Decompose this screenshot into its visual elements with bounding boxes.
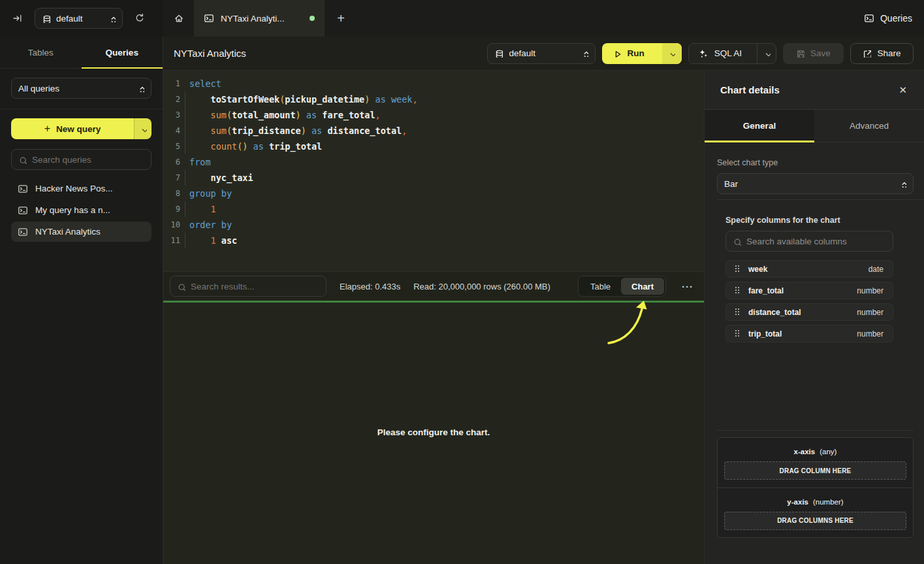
view-toggle-table[interactable]: Table: [580, 278, 621, 295]
code-token: as: [247, 141, 269, 152]
query-list-item[interactable]: Hacker News Pos...: [11, 178, 151, 199]
columns-section-label: Specify columns for the chart: [725, 216, 893, 225]
new-query-label: New query: [56, 124, 101, 134]
terminal-icon: [18, 205, 28, 216]
save-button[interactable]: Save: [783, 43, 844, 64]
query-name: NYTaxi Analytics: [35, 227, 101, 237]
search-icon: [177, 282, 185, 291]
sql-ai-main[interactable]: SQL AI: [689, 44, 751, 63]
code-token: ): [301, 125, 306, 136]
search-results-box: [170, 276, 327, 297]
search-queries-input[interactable]: [32, 155, 144, 165]
code-line: 5 count() as trip_total: [163, 139, 704, 154]
new-query-main[interactable]: + New query: [11, 118, 134, 139]
view-toggle-chart[interactable]: Chart: [621, 278, 664, 295]
sql-ai-dropdown-button[interactable]: [757, 44, 776, 63]
refresh-button[interactable]: [131, 10, 148, 27]
panel-title: Chart details: [720, 84, 780, 95]
sql-editor[interactable]: 1select 2 toStartOfWeek(pickup_datetime)…: [163, 71, 704, 271]
code-line: 10order by: [163, 217, 704, 233]
home-icon: [174, 13, 184, 24]
new-query-button[interactable]: + New query: [11, 118, 151, 139]
new-tab-button[interactable]: +: [325, 0, 357, 37]
run-button[interactable]: Run: [602, 43, 681, 64]
sidebar-tab-queries[interactable]: Queries: [82, 37, 163, 68]
unsaved-indicator-dot: [310, 16, 315, 21]
available-columns-list: week date fare_total number: [725, 260, 893, 342]
chart-details-panel: Chart details ✕ General Advanced Select …: [704, 71, 924, 564]
column-row-distance-total[interactable]: distance_total number: [725, 303, 893, 321]
chevron-down-icon: [668, 50, 675, 57]
rows-read: Read: 20,000,000 rows (260.00 MB): [413, 282, 550, 291]
search-columns-input[interactable]: [746, 237, 886, 246]
panel-body: Select chart type Bar Specify columns fo…: [705, 142, 924, 342]
terminal-icon: [18, 227, 28, 237]
sparkle-icon: [698, 48, 709, 59]
query-list-item-selected[interactable]: NYTaxi Analytics: [11, 222, 151, 242]
column-type: number: [857, 286, 884, 295]
share-button[interactable]: Share: [850, 43, 914, 64]
code-token: (: [227, 125, 232, 136]
query-name: Hacker News Pos...: [35, 184, 113, 193]
code-token: trip_total: [269, 141, 322, 152]
topbar-database-selector[interactable]: default: [35, 8, 123, 29]
terminal-icon: [204, 13, 214, 24]
editor-database-selector[interactable]: default: [487, 43, 596, 64]
column-row-fare-total[interactable]: fare_total number: [725, 282, 893, 299]
y-axis-dropzone[interactable]: DRAG COLUMNS HERE: [724, 512, 906, 530]
refresh-icon: [135, 13, 145, 24]
sidebar-tab-tables[interactable]: Tables: [0, 37, 82, 68]
share-label: Share: [877, 48, 900, 58]
run-dropdown-button[interactable]: [662, 43, 682, 64]
new-query-dropdown-button[interactable]: [134, 118, 151, 139]
code-token: as: [306, 125, 328, 136]
close-icon[interactable]: ✕: [899, 84, 907, 96]
search-icon: [733, 237, 741, 246]
collapse-sidebar-button[interactable]: [9, 10, 26, 27]
queries-filter-select[interactable]: All queries: [11, 78, 151, 99]
chart-hint-arrow: [602, 297, 661, 350]
code-line: 2 toStartOfWeek(pickup_datetime) as week…: [163, 91, 704, 107]
column-row-trip-total[interactable]: trip_total number: [725, 325, 893, 342]
line-number: 10: [163, 217, 180, 233]
code-token: (): [237, 141, 247, 152]
line-number: 11: [163, 233, 180, 248]
code-token: order by: [189, 220, 232, 230]
code-token: total_amount: [232, 110, 296, 120]
code-token: ,: [402, 125, 407, 136]
code-token: nyc_taxi: [189, 173, 253, 183]
query-list-item[interactable]: My query has a n...: [11, 200, 151, 220]
code-line: 4 sum(trip_distance) as distance_total,: [163, 123, 704, 139]
query-name: My query has a n...: [35, 205, 110, 215]
sql-ai-button[interactable]: SQL AI: [688, 43, 776, 64]
tab-title: NYTaxi Analyti...: [221, 14, 303, 24]
chevrons-updown-icon: [581, 50, 588, 57]
editor-database-value: default: [509, 48, 575, 58]
code-line: 3 sum(total_amount) as fare_total,: [163, 107, 704, 123]
y-axis-label: y-axis: [787, 498, 808, 506]
query-title: NYTaxi Analytics: [174, 48, 246, 59]
queries-panel-button[interactable]: Queries: [864, 0, 912, 37]
column-row-week[interactable]: week date: [725, 260, 893, 278]
queries-panel-label: Queries: [880, 13, 912, 24]
search-results-input[interactable]: [191, 282, 319, 291]
code-token: distance_total: [327, 125, 402, 136]
panel-tab-advanced[interactable]: Advanced: [814, 110, 924, 142]
more-options-button[interactable]: ···: [679, 281, 696, 292]
chart-type-select[interactable]: Bar: [717, 173, 914, 194]
run-main[interactable]: Run: [602, 43, 656, 64]
home-button[interactable]: [163, 0, 194, 37]
chevron-down-icon: [763, 50, 771, 57]
elapsed-time: Elapsed: 0.433s: [340, 282, 400, 291]
panel-tabs: General Advanced: [705, 110, 924, 142]
axis-configuration-card: x-axis(any) DRAG COLUMN HERE y-axis(numb…: [717, 437, 914, 538]
x-axis-dropzone[interactable]: DRAG COLUMN HERE: [724, 461, 906, 480]
panel-tab-general[interactable]: General: [705, 110, 814, 142]
code-token: ,: [412, 94, 417, 105]
drag-handle-icon: [735, 287, 740, 294]
chevrons-updown-icon: [108, 15, 116, 22]
sql-ai-label: SQL AI: [714, 48, 742, 58]
tab-nytaxi-analytics[interactable]: NYTaxi Analyti...: [194, 0, 325, 37]
plus-icon: +: [44, 123, 50, 135]
code-token: sum: [189, 125, 227, 136]
